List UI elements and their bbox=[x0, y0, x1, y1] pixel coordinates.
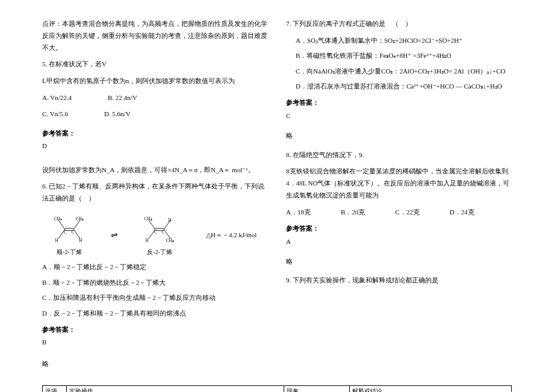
q5-opt-b: B. 22.4n/V bbox=[108, 93, 137, 102]
q5-opt-c: C. Vn/5.6 bbox=[42, 110, 68, 119]
cis-butene-icon: CH₃ CH₃ C C H H bbox=[42, 214, 96, 244]
q6-opt-a: A．顺－2－丁烯比反－2－丁烯稳定 bbox=[42, 263, 268, 272]
q7-stem: 7. 下列反应的离子方程式正确的是 （ ） bbox=[286, 18, 512, 30]
svg-line-0 bbox=[58, 220, 65, 229]
molecule-diagram: CH₃ CH₃ C C H H 顺-2-丁烯 ⇌ CH₃ bbox=[42, 214, 268, 257]
comment-text: 点评：本题考查混合物分离提纯，为高频考点，把握物质的性质及发生的化学反应为解答的… bbox=[42, 18, 268, 54]
q8-stem2: 8克铁镁铝混合物溶解在一定量某浓度的稀硝酸中，当金属完全溶解后收集到4．48L … bbox=[286, 166, 512, 201]
experiment-table: 选项 实验操作 现象 解释或结论 A 过量的Fe粉中加入稀HNO₃，充分反应后，… bbox=[42, 385, 512, 392]
q5-answer: D bbox=[42, 142, 268, 151]
brief: 略 bbox=[286, 131, 512, 140]
col-phenomenon: 现象 bbox=[284, 386, 350, 392]
brief: 略 bbox=[286, 257, 512, 266]
svg-text:CH₃: CH₃ bbox=[76, 217, 84, 222]
q6-opt-c: C．加压和降温有利于平衡向生成顺－2－丁烯反应方向移动 bbox=[42, 293, 268, 302]
svg-text:H: H bbox=[168, 217, 171, 222]
q6-opt-d: D．反－2－丁烯和顺－2－丁烯具有相同的熔沸点 bbox=[42, 309, 268, 318]
q8-answer: A bbox=[286, 237, 512, 246]
q5-opt-d: D. 5.6n/V bbox=[104, 110, 131, 119]
answer-label: 参考答案： bbox=[42, 325, 268, 334]
answer-label: 参考答案： bbox=[286, 224, 512, 233]
delta-h: △H＝－4.2 kJ/mol bbox=[206, 231, 257, 240]
svg-text:CH₃: CH₃ bbox=[166, 238, 174, 243]
q8-opt-c: C．22克 bbox=[395, 208, 419, 217]
q8-opt-d: D．24克 bbox=[450, 208, 475, 217]
answer-label: 参考答案： bbox=[42, 129, 268, 138]
q8-stem1: 8. 在隔绝空气的情况下，9. bbox=[286, 149, 512, 161]
q6-stem: 6. 已知2－丁烯有顺、反两种异构体，在某条件下两种气体处于平衡，下列说法正确的… bbox=[42, 181, 268, 205]
svg-text:C: C bbox=[162, 230, 165, 235]
table-header-row: 选项 实验操作 现象 解释或结论 bbox=[43, 386, 512, 392]
svg-text:C: C bbox=[64, 230, 67, 235]
svg-text:CH₃: CH₃ bbox=[54, 217, 62, 222]
svg-text:H: H bbox=[146, 238, 149, 243]
svg-text:H: H bbox=[55, 238, 58, 243]
q7-opt-c: C．向NaAlO₂溶液中通入少量CO₂：2AlO+CO₂+3H₂O= 2Al（O… bbox=[296, 67, 512, 76]
col-option: 选项 bbox=[43, 386, 67, 392]
q9-stem: 9. 下列有关实验操作，现象和解释或结论都正确的是 bbox=[286, 275, 512, 287]
q7-answer: C bbox=[286, 111, 512, 120]
trans-label: 反-2-丁烯 bbox=[132, 248, 187, 257]
q5-opt-a: A. Vn/22.4 bbox=[42, 93, 72, 102]
svg-text:C: C bbox=[154, 230, 157, 235]
svg-line-12 bbox=[149, 220, 155, 229]
svg-line-1 bbox=[73, 220, 80, 229]
answer-label: 参考答案： bbox=[286, 98, 512, 107]
q5-stem: 5. 在标准状况下，若V bbox=[42, 58, 268, 70]
svg-text:H: H bbox=[79, 238, 82, 243]
equilibrium-arrow-icon: ⇌ bbox=[111, 229, 118, 241]
cis-label: 顺-2-丁烯 bbox=[42, 248, 96, 257]
svg-line-17 bbox=[164, 229, 170, 238]
trans-butene-icon: CH₃ H C C H CH₃ bbox=[132, 214, 187, 244]
q7-opt-d: D．澄清石灰水与过量苏打溶液混合：Ca²⁺+OH⁻+HCO — CaCO₃↓+H… bbox=[296, 82, 512, 91]
q8-opt-a: A．18克 bbox=[286, 208, 311, 217]
brief: 略 bbox=[42, 359, 268, 369]
q5-line2: L甲烷中含有的氢原子个数为n，则阿伏加德罗常数的数值可表示为 bbox=[42, 75, 268, 87]
col-conclusion: 解释或结论 bbox=[350, 386, 512, 392]
svg-text:C: C bbox=[72, 230, 75, 235]
svg-line-5 bbox=[73, 229, 80, 238]
q7-opt-a: A．SO₂气体通入新制氯水中：SO₂+2HClO=2Cl⁻+SO+2H⁺ bbox=[296, 36, 512, 45]
col-operation: 实验操作 bbox=[67, 386, 284, 392]
q6-answer: B bbox=[42, 338, 268, 347]
q8-opt-b: B．20克 bbox=[341, 208, 365, 217]
q5-explanation: 设阿伏加德罗常数为N_A，则依题意，可得×4N_A＝n，即N_A＝ mol⁻¹。 bbox=[42, 164, 268, 176]
q7-opt-b: B．将磁性氧化铁溶于盐酸：Fe₃O₄+8H⁺ =3Fe²⁺+4H₂O bbox=[296, 51, 512, 60]
q6-opt-b: B．顺－2－丁烯的燃烧热比反－2－丁烯大 bbox=[42, 278, 268, 287]
svg-text:CH₃: CH₃ bbox=[145, 217, 152, 222]
